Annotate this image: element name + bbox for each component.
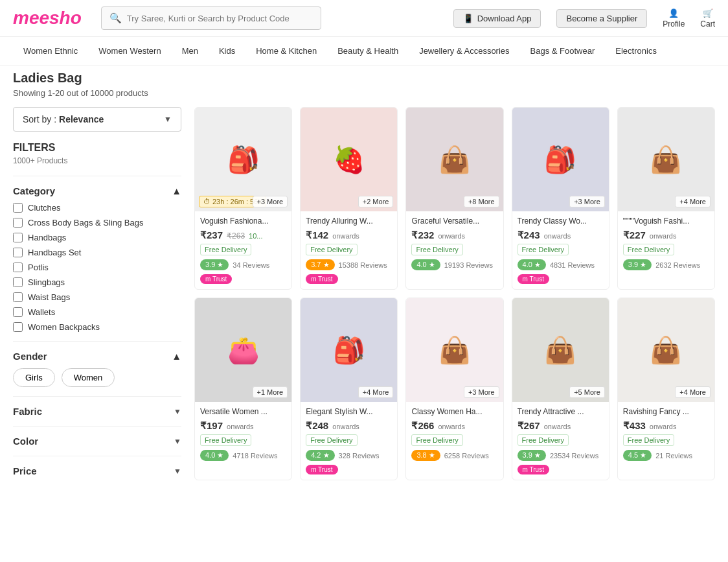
chevron-up-icon: ▲ (172, 185, 181, 196)
filter-waist-bags[interactable]: Waist Bags (13, 292, 181, 302)
reviews-count: 4718 Reviews (233, 452, 277, 460)
more-badge: +4 More (675, 386, 711, 398)
product-info: Trendy Classy Wo... ₹243 onwards Free De… (512, 211, 609, 289)
rating-badge: 4.0 ★ (518, 259, 546, 270)
filter-wallets[interactable]: Wallets (13, 307, 181, 317)
product-info: Versatile Women ... ₹197 onwards Free De… (195, 402, 291, 466)
filter-crossbody[interactable]: Cross Body Bags & Sling Bags (13, 218, 181, 228)
filter-handbags[interactable]: Handbags (13, 233, 181, 242)
potlis-checkbox[interactable] (13, 263, 23, 272)
fabric-filter-toggle[interactable]: Fabric ▼ (13, 406, 181, 417)
nav-item-women-ethnic[interactable]: Women Ethnic (13, 37, 88, 65)
product-card-3[interactable]: 👜 +8 More Graceful Versatile... ₹232 onw… (405, 107, 503, 290)
profile-icon: 👤 (668, 8, 679, 18)
free-delivery-badge: Free Delivery (623, 244, 674, 255)
product-image-wrapper: 🎒 +3 More (512, 108, 609, 211)
product-price: ₹248 onwards (306, 420, 392, 432)
more-badge: +5 More (569, 386, 605, 398)
product-info: """"Voguish Fashi... ₹227 onwards Free D… (618, 211, 714, 275)
rating-row: 3.7 ★ 15388 Reviews m Trust (306, 259, 392, 284)
nav-item-jewellery[interactable]: Jewellery & Accessories (409, 37, 519, 65)
product-card-9[interactable]: 👜 +5 More Trendy Attractive ... ₹267 onw… (512, 298, 609, 480)
filter-potlis[interactable]: Potlis (13, 263, 181, 272)
product-name: Voguish Fashiona... (200, 217, 286, 226)
product-name: Trendy Alluring W... (306, 217, 392, 226)
nav-item-men[interactable]: Men (172, 37, 209, 65)
search-input[interactable] (127, 14, 313, 23)
gender-filter-section: Gender ▲ Girls Women (13, 351, 181, 387)
cart-button[interactable]: 🛒 Cart (700, 8, 715, 29)
product-image-wrapper: 👜 +5 More (512, 298, 609, 402)
profile-button[interactable]: 👤 Profile (663, 8, 685, 29)
filter-handbags-set[interactable]: Handbags Set (13, 248, 181, 257)
download-app-button[interactable]: 📱 Download App (453, 9, 541, 28)
sort-by-dropdown[interactable]: Sort by : Relevance ▼ (13, 107, 181, 132)
onwards-label: onwards (650, 423, 677, 430)
onwards-label: onwards (227, 423, 254, 430)
category-filter-toggle[interactable]: Category ▲ (13, 185, 181, 196)
nav-item-electronics[interactable]: Electronics (605, 37, 667, 65)
onwards-label: onwards (438, 232, 465, 240)
color-filter-section: Color ▼ (13, 436, 181, 447)
logo[interactable]: meesho (13, 8, 82, 29)
product-name: Versatile Women ... (200, 407, 286, 416)
price-filter-toggle[interactable]: Price ▼ (13, 465, 181, 476)
nav-item-beauty-health[interactable]: Beauty & Health (327, 37, 409, 65)
reviews-count: 34 Reviews (233, 261, 269, 269)
reviews-count: 15388 Reviews (339, 261, 387, 269)
product-name: Trendy Attractive ... (518, 407, 604, 416)
product-price: ₹232 onwards (411, 229, 497, 241)
nav-item-kids[interactable]: Kids (209, 37, 245, 65)
clutches-checkbox[interactable] (13, 203, 23, 213)
gender-girls-button[interactable]: Girls (13, 368, 55, 387)
product-price: ₹197 onwards (200, 420, 286, 432)
free-delivery-badge: Free Delivery (306, 244, 357, 255)
product-card-7[interactable]: 🎒 +4 More Elegant Stylish W... ₹248 onwa… (300, 298, 398, 480)
rating-badge: 3.9 ★ (200, 259, 229, 270)
main-nav: Women Ethnic Women Western Men Kids Home… (0, 37, 728, 65)
sort-label: Sort by : Relevance (23, 114, 104, 124)
discount: 10... (249, 232, 262, 240)
gender-women-button[interactable]: Women (62, 368, 115, 387)
filter-women-backpacks[interactable]: Women Backpacks (13, 322, 181, 332)
onwards-label: onwards (650, 232, 677, 240)
nav-item-women-western[interactable]: Women Western (88, 37, 171, 65)
product-card-8[interactable]: 👜 +3 More Classy Women Ha... ₹266 onward… (405, 298, 503, 480)
handbags-set-checkbox[interactable] (13, 248, 23, 257)
gender-filter-toggle[interactable]: Gender ▲ (13, 351, 181, 362)
slingbags-checkbox[interactable] (13, 277, 23, 287)
onwards-label: onwards (544, 423, 571, 430)
women-backpacks-checkbox[interactable] (13, 322, 23, 332)
nav-item-bags[interactable]: Bags & Footwear (520, 37, 606, 65)
showing-count: Showing 1-20 out of 10000 products (13, 88, 715, 98)
crossbody-checkbox[interactable] (13, 218, 23, 228)
trust-badge: m Trust (306, 274, 337, 284)
product-card-6[interactable]: 👛 +1 More Versatile Women ... ₹197 onwar… (194, 298, 292, 480)
product-card-1[interactable]: 🎒 ⏱23h : 26m : 56s +3 More Voguish Fashi… (194, 107, 292, 290)
product-card-10[interactable]: 👜 +4 More Ravishing Fancy ... ₹433 onwar… (617, 298, 715, 480)
product-name: Graceful Versatile... (411, 217, 497, 226)
product-card-5[interactable]: 👜 +4 More """"Voguish Fashi... ₹227 onwa… (617, 107, 715, 290)
wallets-checkbox[interactable] (13, 307, 23, 317)
waist-bags-checkbox[interactable] (13, 292, 23, 302)
reviews-count: 21 Reviews (655, 452, 692, 460)
filter-slingbags[interactable]: Slingbags (13, 277, 181, 287)
price: ₹142 (306, 229, 328, 241)
onwards-label: onwards (544, 232, 571, 240)
search-bar: 🔍 (101, 6, 321, 30)
rating-row: 4.2 ★ 328 Reviews m Trust (306, 450, 392, 474)
color-filter-toggle[interactable]: Color ▼ (13, 436, 181, 447)
product-price: ₹267 onwards (518, 420, 604, 432)
free-delivery-badge: Free Delivery (518, 434, 569, 446)
become-supplier-button[interactable]: Become a Supplier (556, 9, 647, 28)
product-card-4[interactable]: 🎒 +3 More Trendy Classy Wo... ₹243 onwar… (512, 107, 609, 290)
nav-item-home-kitchen[interactable]: Home & Kitchen (245, 37, 327, 65)
price-filter-section: Price ▼ (13, 465, 181, 476)
more-badge: +2 More (358, 196, 394, 207)
filter-clutches[interactable]: Clutches (13, 203, 181, 213)
product-card-2[interactable]: 🍓 +2 More Trendy Alluring W... ₹142 onwa… (300, 107, 398, 290)
more-badge: +3 More (464, 386, 499, 398)
product-info: Graceful Versatile... ₹232 onwards Free … (406, 211, 503, 275)
more-badge: +8 More (464, 196, 499, 207)
handbags-checkbox[interactable] (13, 233, 23, 242)
